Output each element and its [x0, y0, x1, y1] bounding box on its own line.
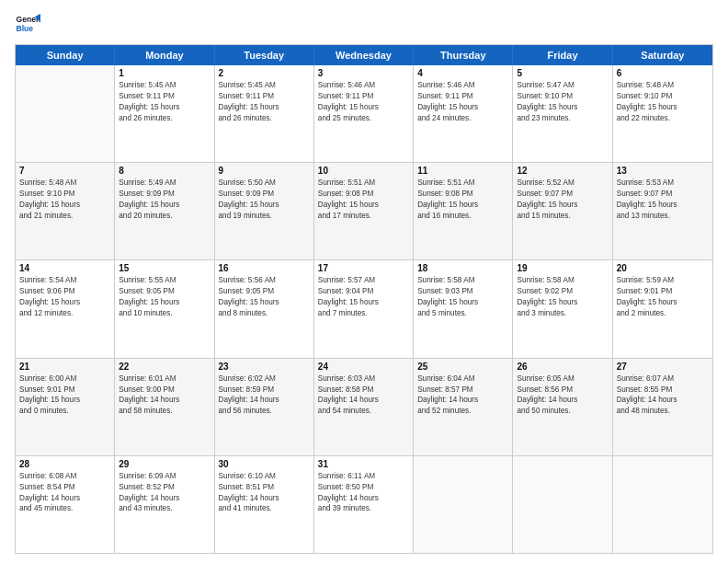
- calendar-header: SundayMondayTuesdayWednesdayThursdayFrid…: [16, 45, 712, 65]
- cell-text: and 54 minutes.: [318, 406, 409, 417]
- day-cell-24: 24Sunrise: 6:03 AMSunset: 8:58 PMDayligh…: [314, 359, 414, 455]
- day-header-monday: Monday: [115, 45, 214, 65]
- cell-text: Daylight: 15 hours: [219, 200, 310, 211]
- day-cell-27: 27Sunrise: 6:07 AMSunset: 8:55 PMDayligh…: [613, 359, 712, 455]
- cell-text: Daylight: 15 hours: [119, 102, 210, 113]
- cell-text: Sunrise: 5:57 AM: [318, 275, 409, 286]
- day-number: 26: [517, 362, 608, 372]
- cell-text: Sunrise: 5:49 AM: [119, 178, 210, 189]
- cell-text: Sunset: 9:08 PM: [417, 189, 508, 200]
- cell-text: Daylight: 15 hours: [19, 395, 110, 406]
- cell-text: Sunset: 8:58 PM: [318, 385, 409, 396]
- cell-text: Sunset: 9:08 PM: [318, 189, 409, 200]
- cell-text: Daylight: 15 hours: [517, 102, 608, 113]
- cell-text: Sunrise: 6:01 AM: [119, 373, 210, 385]
- day-number: 24: [318, 362, 409, 372]
- day-number: 6: [617, 68, 709, 78]
- day-cell-13: 13Sunrise: 5:53 AMSunset: 9:07 PMDayligh…: [613, 163, 712, 259]
- cell-text: and 15 minutes.: [517, 211, 608, 222]
- cell-text: Sunset: 9:01 PM: [617, 286, 709, 297]
- day-cell-14: 14Sunrise: 5:54 AMSunset: 9:06 PMDayligh…: [16, 260, 115, 357]
- cell-text: Daylight: 15 hours: [617, 200, 709, 211]
- cell-text: and 16 minutes.: [417, 211, 508, 222]
- cell-text: Sunset: 9:11 PM: [119, 91, 210, 102]
- cell-text: Sunset: 9:01 PM: [19, 385, 110, 396]
- day-cell-12: 12Sunrise: 5:52 AMSunset: 9:07 PMDayligh…: [513, 163, 612, 259]
- cell-text: and 17 minutes.: [318, 211, 409, 222]
- cell-text: Daylight: 15 hours: [119, 200, 210, 211]
- day-cell-10: 10Sunrise: 5:51 AMSunset: 9:08 PMDayligh…: [314, 163, 414, 259]
- page: General Blue SundayMondayTuesdayWednesda…: [0, 0, 728, 563]
- cell-text: and 50 minutes.: [517, 406, 608, 417]
- cell-text: Daylight: 15 hours: [517, 297, 608, 308]
- cell-text: and 13 minutes.: [617, 211, 709, 222]
- day-header-friday: Friday: [513, 45, 612, 65]
- cell-text: Sunrise: 6:04 AM: [417, 373, 508, 385]
- cell-text: Sunrise: 5:58 AM: [517, 275, 608, 286]
- cell-text: Sunset: 9:00 PM: [119, 385, 210, 396]
- cell-text: Sunset: 9:11 PM: [318, 91, 409, 102]
- cell-text: Sunset: 8:57 PM: [417, 385, 508, 396]
- cell-text: Sunset: 9:07 PM: [617, 189, 709, 200]
- day-number: 17: [318, 263, 409, 273]
- cell-text: Sunrise: 5:52 AM: [517, 178, 608, 189]
- day-number: 18: [417, 263, 508, 273]
- cell-text: Sunset: 9:11 PM: [417, 91, 508, 102]
- day-number: 20: [617, 263, 709, 273]
- day-cell-28: 28Sunrise: 6:08 AMSunset: 8:54 PMDayligh…: [16, 456, 115, 553]
- cell-text: Sunrise: 6:10 AM: [219, 471, 310, 482]
- day-cell-9: 9Sunrise: 5:50 AMSunset: 9:09 PMDaylight…: [215, 163, 314, 259]
- cell-text: Sunrise: 6:08 AM: [19, 471, 110, 482]
- day-header-sunday: Sunday: [16, 45, 115, 65]
- cell-text: Sunset: 9:05 PM: [219, 286, 310, 297]
- cell-text: Daylight: 15 hours: [318, 102, 409, 113]
- calendar-row: 14Sunrise: 5:54 AMSunset: 9:06 PMDayligh…: [16, 260, 712, 358]
- cell-text: and 21 minutes.: [19, 211, 110, 222]
- day-cell-1: 1Sunrise: 5:45 AMSunset: 9:11 PMDaylight…: [115, 65, 214, 162]
- cell-text: and 20 minutes.: [119, 211, 210, 222]
- cell-text: Daylight: 15 hours: [517, 200, 608, 211]
- cell-text: Sunset: 9:07 PM: [517, 189, 608, 200]
- cell-text: Daylight: 15 hours: [219, 102, 310, 113]
- day-number: 29: [119, 459, 210, 469]
- cell-text: and 26 minutes.: [119, 113, 210, 124]
- cell-text: Sunset: 8:59 PM: [219, 385, 310, 396]
- day-number: 27: [617, 362, 709, 372]
- cell-text: Sunrise: 5:56 AM: [219, 275, 310, 286]
- header: General Blue: [15, 11, 713, 37]
- cell-text: Daylight: 14 hours: [318, 493, 409, 504]
- calendar-row: 21Sunrise: 6:00 AMSunset: 9:01 PMDayligh…: [16, 359, 712, 456]
- cell-text: Daylight: 14 hours: [417, 395, 508, 406]
- day-number: 13: [617, 166, 709, 176]
- cell-text: Sunrise: 6:07 AM: [617, 373, 709, 385]
- day-number: 23: [219, 362, 310, 372]
- calendar: SundayMondayTuesdayWednesdayThursdayFrid…: [15, 44, 713, 554]
- cell-text: Sunset: 9:10 PM: [517, 91, 608, 102]
- day-number: 8: [119, 166, 210, 176]
- cell-text: Sunrise: 6:11 AM: [318, 471, 409, 482]
- cell-text: and 22 minutes.: [617, 113, 709, 124]
- day-cell-30: 30Sunrise: 6:10 AMSunset: 8:51 PMDayligh…: [215, 456, 314, 553]
- calendar-row: 1Sunrise: 5:45 AMSunset: 9:11 PMDaylight…: [16, 65, 712, 163]
- day-number: 21: [19, 362, 110, 372]
- day-number: 28: [19, 459, 110, 469]
- cell-text: and 2 minutes.: [617, 308, 709, 319]
- logo: General Blue: [15, 11, 40, 37]
- cell-text: and 56 minutes.: [219, 406, 310, 417]
- cell-text: Sunset: 8:51 PM: [219, 482, 310, 493]
- cell-text: and 5 minutes.: [417, 308, 508, 319]
- cell-text: Daylight: 15 hours: [617, 297, 709, 308]
- cell-text: Sunrise: 6:03 AM: [318, 373, 409, 385]
- cell-text: Sunrise: 5:53 AM: [617, 178, 709, 189]
- day-cell-17: 17Sunrise: 5:57 AMSunset: 9:04 PMDayligh…: [314, 260, 414, 357]
- day-cell-15: 15Sunrise: 5:55 AMSunset: 9:05 PMDayligh…: [115, 260, 214, 357]
- cell-text: Daylight: 14 hours: [219, 395, 310, 406]
- day-cell-21: 21Sunrise: 6:00 AMSunset: 9:01 PMDayligh…: [16, 359, 115, 455]
- calendar-row: 28Sunrise: 6:08 AMSunset: 8:54 PMDayligh…: [16, 456, 712, 553]
- day-number: 11: [417, 166, 508, 176]
- day-number: 10: [318, 166, 409, 176]
- cell-text: and 58 minutes.: [119, 406, 210, 417]
- day-cell-23: 23Sunrise: 6:02 AMSunset: 8:59 PMDayligh…: [215, 359, 314, 455]
- day-cell-4: 4Sunrise: 5:46 AMSunset: 9:11 PMDaylight…: [414, 65, 513, 162]
- cell-text: Sunset: 8:55 PM: [617, 385, 709, 396]
